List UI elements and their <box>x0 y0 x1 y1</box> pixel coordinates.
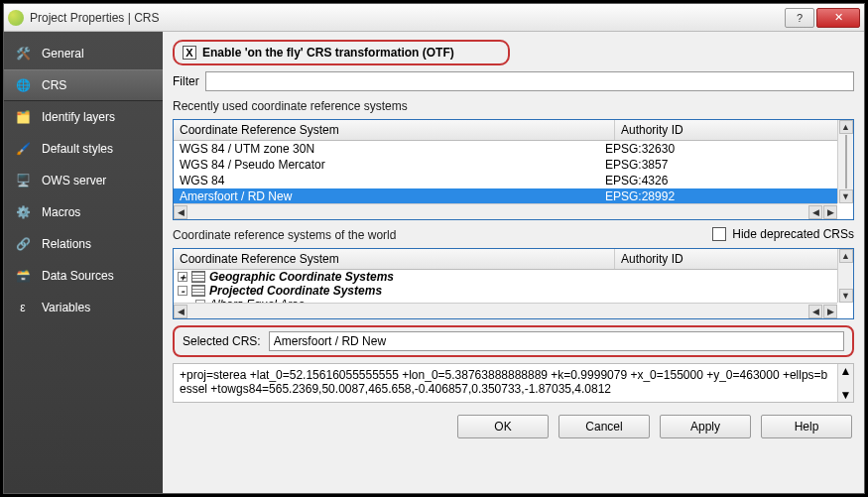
table-row[interactable]: WGS 84 / UTM zone 30NEPSG:32630 <box>174 141 837 157</box>
dialog-window: Project Properties | CRS ? ✕ 🛠️General 🌐… <box>3 3 865 494</box>
sidebar-item-label: OWS server <box>42 174 106 187</box>
vertical-scrollbar[interactable]: ▲▼ <box>837 120 853 203</box>
sidebar-item-variables[interactable]: εVariables <box>4 292 163 323</box>
scroll-left-icon[interactable]: ◀ <box>808 305 822 318</box>
vertical-scrollbar[interactable]: ▲▼ <box>837 364 853 402</box>
recent-header-crs[interactable]: Coordinate Reference System <box>174 120 615 140</box>
sidebar-item-macros[interactable]: ⚙️Macros <box>4 196 163 228</box>
scroll-down-icon[interactable]: ▼ <box>840 388 852 402</box>
recent-label: Recently used coordinate reference syste… <box>173 99 854 113</box>
layers-icon: 🗂️ <box>14 108 32 126</box>
expand-icon[interactable]: + <box>178 272 187 282</box>
sidebar-item-label: Identify layers <box>42 110 115 124</box>
database-icon: 🗃️ <box>14 267 32 285</box>
variable-icon: ε <box>14 299 32 316</box>
sidebar-item-general[interactable]: 🛠️General <box>4 38 163 69</box>
sidebar-item-label: Default styles <box>42 142 113 156</box>
ok-button[interactable]: OK <box>457 415 549 438</box>
table-row[interactable]: WGS 84EPSG:4326 <box>174 173 837 188</box>
window-title: Project Properties | CRS <box>30 11 785 25</box>
sidebar-item-label: CRS <box>42 78 66 92</box>
grid-icon <box>191 285 205 297</box>
sidebar-item-default-styles[interactable]: 🖌️Default styles <box>4 133 163 165</box>
recent-crs-table[interactable]: Coordinate Reference System Authority ID… <box>173 119 854 220</box>
filter-label: Filter <box>173 74 199 88</box>
sidebar-item-identify-layers[interactable]: 🗂️Identify layers <box>4 101 163 133</box>
help-button[interactable]: Help <box>761 415 852 438</box>
selected-crs-frame: Selected CRS: <box>173 325 854 357</box>
titlebar[interactable]: Project Properties | CRS ? ✕ <box>4 4 864 32</box>
scroll-left-icon[interactable]: ◀ <box>174 205 187 219</box>
hide-deprecated-checkbox[interactable] <box>712 227 726 241</box>
table-row[interactable]: Amersfoort / RD NewEPSG:28992 <box>174 188 837 204</box>
otf-label: Enable 'on the fly' CRS transformation (… <box>202 46 454 60</box>
collapse-icon[interactable]: - <box>178 286 187 296</box>
grid-icon <box>191 271 205 283</box>
filter-input[interactable] <box>205 71 854 91</box>
horizontal-scrollbar[interactable]: ◀◀▶ <box>174 203 837 219</box>
hide-deprecated-label: Hide deprecated CRSs <box>732 227 854 241</box>
scroll-up-icon[interactable]: ▲ <box>840 364 852 378</box>
scroll-left-icon[interactable]: ◀ <box>808 205 822 219</box>
server-icon: 🖥️ <box>14 172 32 189</box>
selected-crs-label: Selected CRS: <box>183 334 261 348</box>
sidebar-item-data-sources[interactable]: 🗃️Data Sources <box>4 260 163 292</box>
scroll-up-icon[interactable]: ▲ <box>839 249 853 263</box>
scroll-right-icon[interactable]: ▶ <box>823 305 837 318</box>
world-header-crs[interactable]: Coordinate Reference System <box>174 249 615 269</box>
table-row[interactable]: WGS 84 / Pseudo MercatorEPSG:3857 <box>174 157 837 173</box>
sidebar-item-ows-server[interactable]: 🖥️OWS server <box>4 165 163 196</box>
sidebar-item-label: Data Sources <box>42 269 114 283</box>
sidebar-item-label: Relations <box>42 237 91 251</box>
sidebar-item-crs[interactable]: 🌐CRS <box>4 69 163 101</box>
brush-icon: 🖌️ <box>14 140 32 158</box>
world-header-auth[interactable]: Authority ID <box>615 249 853 269</box>
sidebar-item-label: Macros <box>42 205 80 219</box>
apply-button[interactable]: Apply <box>660 415 751 438</box>
help-button-titlebar[interactable]: ? <box>785 8 814 28</box>
scroll-down-icon[interactable]: ▼ <box>839 289 853 303</box>
sidebar-item-relations[interactable]: 🔗Relations <box>4 228 163 260</box>
otf-checkbox[interactable]: X <box>183 46 196 60</box>
sidebar-item-label: Variables <box>42 301 90 314</box>
globe-icon: 🌐 <box>14 76 32 94</box>
sidebar-item-label: General <box>42 47 84 61</box>
scroll-down-icon[interactable]: ▼ <box>839 189 853 203</box>
world-label: Coordinate reference systems of the worl… <box>173 228 396 242</box>
proj4-text: +proj=sterea +lat_0=52.15616055555555 +l… <box>173 363 854 403</box>
selected-crs-input[interactable] <box>269 331 844 351</box>
tree-item[interactable]: +Geographic Coordinate Systems <box>174 270 837 284</box>
sidebar: 🛠️General 🌐CRS 🗂️Identify layers 🖌️Defau… <box>4 32 163 493</box>
scroll-left-icon[interactable]: ◀ <box>174 305 187 318</box>
vertical-scrollbar[interactable]: ▲▼ <box>837 249 853 303</box>
app-icon <box>8 10 24 26</box>
content-panel: X Enable 'on the fly' CRS transformation… <box>163 32 864 493</box>
scroll-right-icon[interactable]: ▶ <box>823 205 837 219</box>
relations-icon: 🔗 <box>14 235 32 253</box>
cancel-button[interactable]: Cancel <box>558 415 650 438</box>
recent-header-auth[interactable]: Authority ID <box>615 120 853 140</box>
wrench-icon: 🛠️ <box>14 45 32 62</box>
world-crs-tree[interactable]: Coordinate Reference System Authority ID… <box>173 248 854 319</box>
tree-item[interactable]: -Projected Coordinate Systems <box>174 284 837 298</box>
otf-frame: X Enable 'on the fly' CRS transformation… <box>173 40 510 65</box>
scroll-up-icon[interactable]: ▲ <box>839 120 853 134</box>
horizontal-scrollbar[interactable]: ◀◀▶ <box>174 303 837 318</box>
gear-icon: ⚙️ <box>14 203 32 221</box>
close-button[interactable]: ✕ <box>816 8 860 28</box>
